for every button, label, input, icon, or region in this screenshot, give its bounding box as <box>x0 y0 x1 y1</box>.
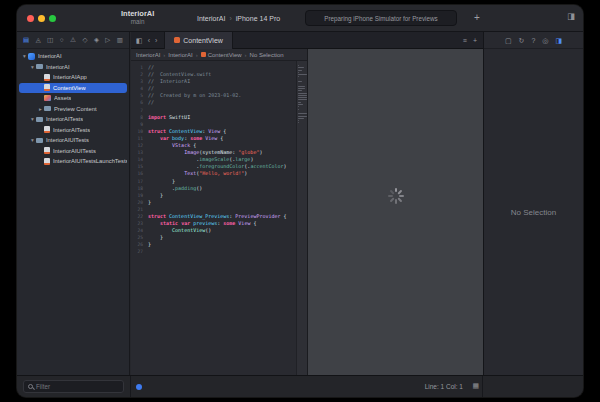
issue-navigator[interactable]: ⚠ <box>70 37 76 44</box>
jumpbar-segment[interactable]: ContentView <box>201 52 242 58</box>
sidebar-item-label: InteriorAITests <box>46 116 83 122</box>
code-line[interactable]: struct ContentView_Previews: PreviewProv… <box>148 213 296 220</box>
back-icon[interactable]: ‹ <box>148 37 150 44</box>
sidebar-item-interioraitests[interactable]: ▾InteriorAITests <box>19 114 127 125</box>
accessibility-inspector-icon[interactable]: ◎ <box>542 37 548 44</box>
history-inspector-icon[interactable]: ↻ <box>519 37 525 44</box>
window-title-block: InteriorAI main <box>121 9 154 26</box>
code-line[interactable]: } <box>148 241 296 248</box>
code-line[interactable] <box>148 206 296 213</box>
sidebar-item-label: InteriorAI <box>38 53 62 59</box>
zoom-button[interactable] <box>49 15 56 22</box>
line-number: 14 <box>131 156 143 163</box>
sidebar-item-interioraiuitestslaunchtests[interactable]: InteriorAIUITestsLaunchTests <box>19 156 127 167</box>
divider <box>130 376 131 397</box>
source-control-navigator[interactable]: ◬ <box>36 37 41 44</box>
sidebar-item-assets[interactable]: Assets <box>19 93 127 104</box>
code-line[interactable]: ContentView() <box>148 227 296 234</box>
code-line[interactable]: } <box>148 192 296 199</box>
forward-icon[interactable]: › <box>155 37 157 44</box>
code-line[interactable] <box>148 107 296 114</box>
xcode-window: InteriorAI main InteriorAI › iPhone 14 P… <box>17 5 583 397</box>
line-number: 8 <box>131 114 143 121</box>
test-navigator[interactable]: ◇ <box>82 37 87 44</box>
symbol-navigator[interactable]: ◫ <box>47 37 53 44</box>
code-line[interactable]: } <box>148 199 296 206</box>
minimap[interactable] <box>296 61 307 375</box>
code-line[interactable]: // <box>148 85 296 92</box>
line-number-gutter: 1234567891011121314151617181920212223242… <box>131 61 145 375</box>
attributes-inspector-icon[interactable]: ◨ <box>555 37 562 44</box>
code-line[interactable]: } <box>148 234 296 241</box>
code-line[interactable] <box>148 121 296 128</box>
disclosure-icon[interactable]: ▸ <box>37 106 44 112</box>
minimize-button[interactable] <box>38 15 45 22</box>
jumpbar-segment-label: No Selection <box>250 52 284 58</box>
inspector-toggle-icon[interactable]: ◨ <box>567 11 575 21</box>
project-navigator[interactable]: ▤ <box>23 37 29 44</box>
sidebar-item-interiorai[interactable]: ▾InteriorAI <box>19 62 127 73</box>
code-line[interactable]: var body: some View { <box>148 135 296 142</box>
editor-options-icon[interactable]: ▦ <box>472 382 479 390</box>
library-button[interactable]: + <box>469 10 485 26</box>
quick-help-inspector-icon[interactable]: ? <box>531 37 535 44</box>
line-number: 18 <box>131 185 143 192</box>
disclosure-icon[interactable]: ▾ <box>29 64 36 70</box>
code-line[interactable]: Text("Hello, world!") <box>148 170 296 177</box>
code-editor[interactable]: //// ContentView.swift// InteriorAI//// … <box>145 61 296 375</box>
inspector-tab-strip: ▢↻?◎◨ <box>484 32 583 49</box>
scheme-selector[interactable]: InteriorAI <box>197 15 225 22</box>
jumpbar-segment[interactable]: InteriorAI <box>136 52 160 58</box>
filter-input[interactable] <box>36 383 119 390</box>
code-line[interactable]: struct ContentView: View { <box>148 128 296 135</box>
run-destination-selector[interactable]: iPhone 14 Pro <box>236 15 280 22</box>
sidebar-item-label: InteriorAIUITests <box>46 137 89 143</box>
file-inspector-icon[interactable]: ▢ <box>505 37 512 44</box>
code-line[interactable]: .padding() <box>148 185 296 192</box>
disclosure-icon[interactable]: ▾ <box>29 137 36 143</box>
sidebar-item-interioraiuitests[interactable]: ▾InteriorAIUITests <box>19 135 127 146</box>
sidebar-item-label: ContentView <box>53 85 86 91</box>
find-navigator[interactable]: ○ <box>60 37 64 44</box>
code-line[interactable]: import SwiftUI <box>148 114 296 121</box>
code-line[interactable]: .imageScale(.large) <box>148 156 296 163</box>
code-line[interactable]: static var previews: some View { <box>148 220 296 227</box>
divider <box>482 376 483 397</box>
sidebar-item-interioraiuitests[interactable]: InteriorAIUITests <box>19 146 127 157</box>
line-number: 6 <box>131 99 143 106</box>
code-line[interactable]: // ContentView.swift <box>148 71 296 78</box>
code-line[interactable]: } <box>148 178 296 185</box>
code-line[interactable]: Image(systemName: "globe") <box>148 149 296 156</box>
close-button[interactable] <box>27 15 34 22</box>
related-items-icon[interactable]: ◧ <box>136 37 143 44</box>
code-line[interactable]: // <box>148 64 296 71</box>
filter-field[interactable] <box>23 380 124 393</box>
adjust-editor-options-icon[interactable]: ≡ <box>463 37 467 44</box>
report-navigator[interactable]: ▥ <box>117 37 123 44</box>
jumpbar-segment[interactable]: No Selection <box>250 52 284 58</box>
sidebar-item-preview-content[interactable]: ▸Preview Content <box>19 104 127 115</box>
line-number: 17 <box>131 178 143 185</box>
code-line[interactable]: .foregroundColor(.accentColor) <box>148 163 296 170</box>
breakpoint-navigator[interactable]: ▷ <box>105 37 110 44</box>
tab-bar-left-icons: ◧‹› <box>131 37 157 44</box>
sidebar-item-label: InteriorAITests <box>53 127 90 133</box>
code-line[interactable] <box>148 248 296 255</box>
minimap-line <box>298 106 299 107</box>
disclosure-icon[interactable]: ▾ <box>29 116 36 122</box>
add-editor-icon[interactable]: + <box>473 37 477 44</box>
minimap-line <box>298 116 307 117</box>
sidebar-item-interiorai[interactable]: ▾InteriorAI <box>19 51 127 62</box>
minimap-line <box>298 120 299 121</box>
sidebar-item-interioraiapp[interactable]: InteriorAIApp <box>19 72 127 83</box>
debug-navigator[interactable]: ◈ <box>94 37 99 44</box>
code-line[interactable]: VStack { <box>148 142 296 149</box>
code-line[interactable]: // Created by m on 2023-01-02. <box>148 92 296 99</box>
code-line[interactable]: // <box>148 99 296 106</box>
code-line[interactable]: // InteriorAI <box>148 78 296 85</box>
jumpbar-segment[interactable]: InteriorAI <box>168 52 192 58</box>
sidebar-item-interioraitests[interactable]: InteriorAITests <box>19 125 127 136</box>
sidebar-item-contentview[interactable]: ContentView <box>19 83 127 94</box>
tab-contentview[interactable]: ContentView <box>164 32 233 49</box>
disclosure-icon[interactable]: ▾ <box>21 53 28 59</box>
